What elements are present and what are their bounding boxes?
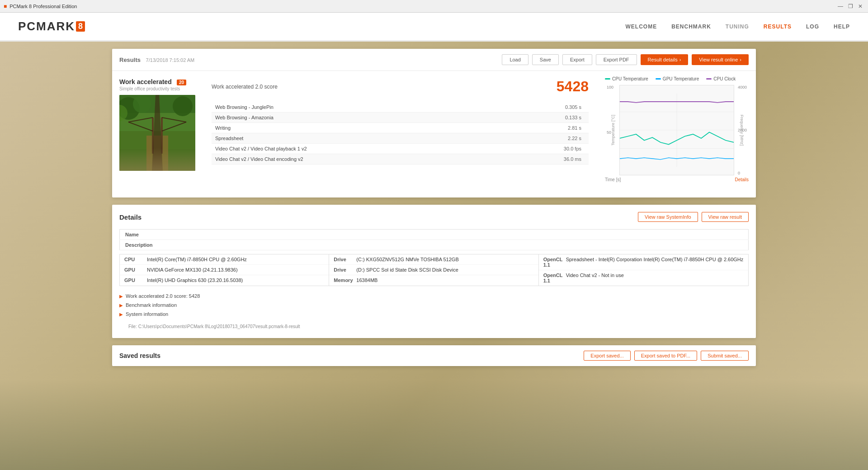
results-title: Results 7/13/2018 7:15:02 AM — [119, 56, 194, 63]
benchmark-image — [119, 95, 195, 171]
test-value: 2.81 s — [504, 123, 589, 133]
details-panel: Details View raw SystemInfo View raw res… — [112, 205, 756, 338]
nav-log[interactable]: LOG — [806, 24, 819, 30]
export-saved-pdf-button[interactable]: Export saved to PDF... — [634, 351, 697, 361]
chart-wrapper: Temperature [°C] 100 50 4000 2000 0 Freq… — [619, 85, 734, 175]
view-result-button[interactable]: View raw result — [702, 212, 749, 222]
y-axis-left: 100 50 — [607, 85, 613, 175]
hw-gpu2-row: GPU Intel(R) UHD Graphics 630 (23.20.16.… — [120, 275, 329, 285]
svg-rect-4 — [152, 118, 154, 154]
name-row: Name — [120, 230, 749, 240]
hw-grid: CPU Intel(R) Core(TM) i7-8850H CPU @ 2.6… — [119, 254, 749, 286]
logo-text: PCMARK — [18, 19, 75, 33]
svg-rect-2 — [119, 131, 195, 171]
benchmark-badge: 20 — [177, 80, 186, 85]
benchmark-row: Spreadsheet2.22 s — [212, 133, 589, 144]
expand-system[interactable]: ▶ System information — [119, 310, 749, 319]
results-actions: Load Save Export Export PDF Result detai… — [502, 54, 749, 65]
details-actions: View raw SystemInfo View raw result — [638, 212, 749, 222]
test-value: 2.22 s — [504, 133, 589, 144]
benchmark-row: Video Chat v2 / Video Chat encoding v236… — [212, 154, 589, 164]
legend-gpu-temp: GPU Temperature — [656, 76, 699, 81]
titlebar-controls: — ❐ ✕ — [836, 2, 864, 10]
titlebar-left: ■ PCMark 8 Professional Edition — [4, 3, 77, 9]
saved-title: Saved results — [119, 352, 160, 359]
hw-drive2-row: Drive (D:) SPCC Sol id State Disk SCSI D… — [329, 265, 538, 275]
export-button[interactable]: Export — [562, 54, 592, 65]
saved-panel: Saved results Export saved... Export sav… — [112, 345, 756, 366]
benchmark-name-row: Work accelerated 20 — [119, 78, 195, 85]
expand-arrow-score: ▶ — [119, 294, 123, 299]
minimize-button[interactable]: — — [836, 2, 844, 10]
results-header: Results 7/13/2018 7:15:02 AM Load Save E… — [112, 49, 756, 71]
content-wrapper: Results 7/13/2018 7:15:02 AM Load Save E… — [0, 42, 868, 373]
close-button[interactable]: ✕ — [856, 2, 864, 10]
save-button[interactable]: Save — [532, 54, 559, 65]
test-value: 30.0 fps — [504, 144, 589, 154]
desc-label: Description — [120, 240, 158, 250]
cpu-temp-label: CPU Temperature — [612, 76, 648, 81]
test-value: 0.305 s — [504, 102, 589, 113]
export-saved-button[interactable]: Export saved... — [584, 351, 630, 361]
nav-results[interactable]: RESULTS — [764, 24, 792, 30]
expand-arrow-benchmark: ▶ — [119, 303, 123, 308]
expand-score[interactable]: ▶ Work accelerated 2.0 score: 5428 — [119, 291, 749, 301]
expand-items: ▶ Work accelerated 2.0 score: 5428 ▶ Ben… — [119, 291, 749, 319]
load-button[interactable]: Load — [502, 54, 528, 65]
titlebar: ■ PCMark 8 Professional Edition — ❐ ✕ — [0, 0, 868, 13]
result-sidebar: Work accelerated 20 Simple office produc… — [112, 71, 203, 197]
nav-help[interactable]: HELP — [834, 24, 850, 30]
main-nav: WELCOME BENCHMARK TUNING RESULTS LOG HEL… — [626, 24, 850, 30]
nav-tuning[interactable]: TUNING — [726, 24, 749, 30]
benchmark-name: Work accelerated — [119, 78, 172, 85]
test-name: Web Browsing - Amazonia — [212, 113, 504, 123]
cpu-clock-dot — [706, 78, 712, 80]
result-chart: CPU Temperature GPU Temperature CPU Cloc… — [598, 71, 756, 197]
desc-value — [158, 240, 749, 250]
expand-arrow-system: ▶ — [119, 312, 123, 317]
results-panel: Results 7/13/2018 7:15:02 AM Load Save E… — [112, 49, 756, 197]
result-details-button[interactable]: Result details › — [641, 54, 689, 65]
test-name: Writing — [212, 123, 504, 133]
score-value: 5428 — [557, 78, 589, 95]
hw-section-left: CPU Intel(R) Core(TM) i7-8850H CPU @ 2.6… — [120, 254, 329, 286]
details-title: Details — [119, 213, 142, 221]
benchmark-row: Writing2.81 s — [212, 123, 589, 133]
test-name: Spreadsheet — [212, 133, 504, 144]
nav-benchmark[interactable]: BENCHMARK — [671, 24, 711, 30]
nav-welcome[interactable]: WELCOME — [626, 24, 657, 30]
expand-benchmark[interactable]: ▶ Benchmark information — [119, 301, 749, 310]
file-path: File: C:\Users\pc\Documents\PCMark 8\Log… — [119, 322, 749, 331]
results-timestamp: 7/13/2018 7:15:02 AM — [146, 57, 195, 63]
results-body: Work accelerated 20 Simple office produc… — [112, 71, 756, 197]
restore-button[interactable]: ❐ — [846, 2, 854, 10]
y-label-right: Frequency [MHz] — [740, 115, 745, 146]
svg-rect-5 — [161, 118, 163, 154]
cpu-temp-dot — [605, 78, 610, 80]
hw-drive1-row: Drive (C:) KXG50ZNV512G NMVe TOSHIBA 512… — [329, 254, 538, 265]
legend-cpu-temp: CPU Temperature — [605, 76, 648, 81]
header: PCMARK 8 WELCOME BENCHMARK TUNING RESULT… — [0, 13, 868, 42]
submit-saved-button[interactable]: Submit saved... — [701, 351, 749, 361]
bg-trees — [0, 380, 868, 470]
view-systeminfo-button[interactable]: View raw SystemInfo — [638, 212, 698, 222]
test-name: Video Chat v2 / Video Chat playback 1 v2 — [212, 144, 504, 154]
score-header: Work accelerated 2.0 score 5428 — [212, 78, 589, 95]
export-pdf-button[interactable]: Export PDF — [596, 54, 637, 65]
chart-svg — [620, 85, 734, 175]
expand-system-text: System information — [126, 311, 168, 317]
svg-point-11 — [133, 95, 151, 113]
gpu-temp-dot — [656, 78, 661, 80]
hw-section-mid: Drive (C:) KXG50ZNV512G NMVe TOSHIBA 512… — [329, 254, 538, 286]
details-header: Details View raw SystemInfo View raw res… — [119, 212, 749, 222]
view-online-button[interactable]: View result online › — [692, 54, 749, 65]
hw-opencl2-row: OpenCL 1.1 Video Chat v2 - Not in use — [539, 270, 748, 286]
gpu-temp-label: GPU Temperature — [663, 76, 699, 81]
name-value — [158, 230, 749, 240]
hw-opencl1-row: OpenCL 1.1 Spreadsheet - Intel(R) Corpor… — [539, 254, 748, 270]
benchmark-table: Web Browsing - JunglePin0.305 sWeb Brows… — [212, 102, 589, 164]
benchmark-subtitle: Simple office productivity tests — [119, 86, 195, 91]
cpu-clock-label: CPU Clock — [713, 76, 736, 81]
main-background: Results 7/13/2018 7:15:02 AM Load Save E… — [0, 42, 868, 470]
details-link[interactable]: Details — [735, 177, 749, 182]
